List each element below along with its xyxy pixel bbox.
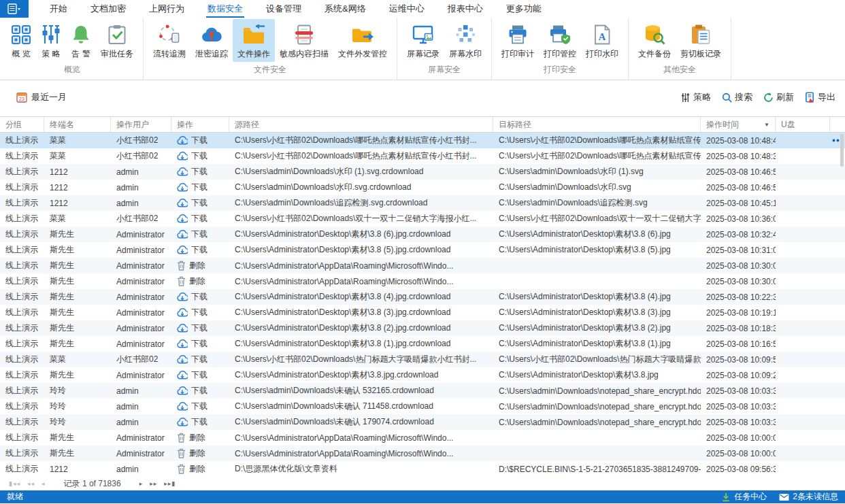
- search-button[interactable]: 搜索: [722, 91, 752, 103]
- menu-item-4[interactable]: 数据安全: [196, 0, 254, 18]
- ribbon-item-alert-bell[interactable]: 告 警: [66, 19, 96, 62]
- table-row[interactable]: 线上演示斯先生Administrator删除C:\Users\Administr…: [0, 273, 845, 289]
- ribbon-item-file-outgoing[interactable]: 文件外发管控: [333, 19, 392, 62]
- task-center-button[interactable]: 任务中心: [721, 491, 767, 503]
- table-row[interactable]: 线上演示菜菜小红书部02下载C:\Users\小红书部02\Downloads\…: [0, 133, 845, 148]
- ribbon-item-approval-tasks[interactable]: 审批任务: [96, 19, 138, 62]
- cell-group: 线上演示: [0, 211, 44, 226]
- table-row[interactable]: 线上演示菜菜小红书部02下载C:\Users\小红书部02\Downloads\…: [0, 352, 845, 367]
- column-header-operation[interactable]: 操作: [171, 117, 229, 132]
- menu-item-2[interactable]: 文档加密: [79, 0, 137, 18]
- file-outgoing-icon: [351, 24, 374, 45]
- cell-target-path: C:\Users\小红书部02\Downloads\热门标题大字吸睛爆款小红..…: [493, 352, 701, 367]
- download-icon: [177, 246, 188, 254]
- unread-messages-button[interactable]: 2条未读信息: [779, 491, 838, 503]
- menu-item-7[interactable]: 运维中心: [378, 0, 436, 18]
- menu-item-9[interactable]: 更多功能: [495, 0, 553, 18]
- table-row[interactable]: 线上演示斯先生Administrator删除C:\Users\Administr…: [0, 446, 845, 461]
- cell-usb: [776, 446, 830, 461]
- table-row[interactable]: 线上演示玲玲admin下载C:\Users\admin\Downloads\未确…: [0, 399, 845, 414]
- prev-page-button[interactable]: ◂: [38, 480, 49, 487]
- export-button[interactable]: 导出: [805, 91, 835, 103]
- table-row[interactable]: 线上演示菜菜小红书部02下载C:\Users\小红书部02\Downloads\…: [0, 148, 845, 164]
- app-menu-button[interactable]: [0, 0, 29, 18]
- cell-target-path: C:\Users\Administrator\Desktop\素材\3.8 (2…: [493, 320, 701, 336]
- table-row[interactable]: 线上演示斯先生Administrator下载C:\Users\Administr…: [0, 367, 845, 383]
- table-row[interactable]: 线上演示1212admin下载C:\Users\admin\Downloads\…: [0, 164, 845, 180]
- toolbar-policy-button[interactable]: 策略: [680, 91, 711, 103]
- refresh-button[interactable]: 刷新: [763, 91, 794, 103]
- ribbon-item-clipboard-record[interactable]: 剪切板记录: [676, 19, 726, 62]
- ribbon-item-print-audit[interactable]: 打印审计: [497, 19, 539, 62]
- column-header-terminal[interactable]: 终端名: [44, 117, 111, 132]
- ribbon-item-print-control[interactable]: 打印管控: [539, 19, 581, 62]
- menu-item-5[interactable]: 设备管理: [254, 0, 313, 18]
- table-row[interactable]: 线上演示斯先生Administrator下载C:\Users\Administr…: [0, 320, 845, 336]
- table-row[interactable]: 线上演示1212admin删除D:\思源黑体优化版\文章资料D:\$RECYCL…: [0, 461, 845, 477]
- table-row[interactable]: 线上演示斯先生Administrator下载C:\Users\Administr…: [0, 289, 845, 305]
- column-header-source-path[interactable]: 源路径: [229, 117, 493, 132]
- ribbon-item-screen-watermark[interactable]: 屏幕水印: [444, 19, 486, 62]
- table-row[interactable]: 线上演示菜菜小红书部02下载C:\Users\小红书部02\Downloads\…: [0, 211, 845, 226]
- ribbon-item-print-watermark[interactable]: A打印水印: [581, 19, 623, 62]
- table-row[interactable]: 线上演示1212admin下载C:\Users\admin\Downloads\…: [0, 180, 845, 195]
- first-page-button[interactable]: ▮◂◂: [5, 480, 24, 487]
- cell-terminal: 斯先生: [44, 336, 111, 352]
- cell-time: 2025-03-08 10:09:25: [701, 367, 776, 383]
- fast-prev-button[interactable]: ◂◂: [24, 480, 38, 487]
- ribbon-item-screen-record[interactable]: 屏幕记录: [402, 19, 444, 62]
- cell-source-path: C:\Users\admin\Downloads\追踪检测.svg.crdown…: [229, 195, 493, 211]
- download-icon: [177, 152, 188, 161]
- column-header-target-path[interactable]: 目标路径: [493, 117, 701, 132]
- ribbon-item-overview-grid[interactable]: 概 览: [6, 19, 36, 62]
- menu-item-6[interactable]: 系统&网络: [313, 0, 378, 18]
- table-row[interactable]: 线上演示斯先生Administrator下载C:\Users\Administr…: [0, 242, 845, 258]
- table-row[interactable]: 线上演示斯先生Administrator下载C:\Users\Administr…: [0, 226, 845, 242]
- menu-item-8[interactable]: 报表中心: [436, 0, 495, 18]
- ribbon-item-flow-trace[interactable]: 流转追溯: [148, 19, 190, 62]
- time-filter-arrow-icon[interactable]: ▼: [761, 122, 769, 128]
- cell-operation: 删除: [171, 446, 229, 461]
- ribbon-item-leak-track[interactable]: 泄密追踪: [190, 19, 233, 62]
- operation-label: 下载: [191, 322, 208, 334]
- column-header-group[interactable]: 分组: [0, 117, 44, 132]
- ribbon-group-label: 概览: [6, 62, 138, 80]
- operation-label: 删除: [189, 448, 205, 459]
- column-header-user[interactable]: 操作用户: [111, 117, 171, 132]
- scrollbar-thumb[interactable]: [840, 134, 844, 167]
- table-row[interactable]: 线上演示玲玲admin下载C:\Users\admin\Downloads\未确…: [0, 383, 845, 399]
- next-page-button[interactable]: ▸: [136, 480, 147, 487]
- table-row[interactable]: 线上演示1212admin下载C:\Users\admin\Downloads\…: [0, 195, 845, 211]
- calendar-icon: 23: [16, 92, 27, 103]
- column-header-label: 操作: [177, 119, 193, 131]
- cell-operation: 下载: [171, 367, 229, 383]
- cell-source-path: C:\Users\Administrator\AppData\Roaming\M…: [229, 258, 493, 273]
- column-header-time[interactable]: 操作时间▼: [701, 117, 776, 132]
- operation-label: 下载: [191, 369, 208, 381]
- cell-group: 线上演示: [0, 164, 44, 180]
- table-row[interactable]: 线上演示斯先生Administrator删除C:\Users\Administr…: [0, 258, 845, 273]
- delete-icon: [177, 261, 186, 271]
- cell-source-path: C:\Users\Administrator\Desktop\素材\3.8 (6…: [229, 226, 493, 242]
- operation-label: 删除: [189, 463, 205, 475]
- menu-item-3[interactable]: 上网行为: [137, 0, 196, 18]
- cell-user: admin: [111, 195, 171, 211]
- cell-source-path: C:\Users\Administrator\Desktop\素材\3.8 (4…: [229, 289, 493, 305]
- download-icon: [177, 183, 188, 192]
- ribbon-item-sensitive-scan[interactable]: 敏感内容扫描: [275, 19, 333, 62]
- menu-item-1[interactable]: 开始: [38, 0, 79, 18]
- download-icon: [177, 386, 188, 395]
- table-row[interactable]: 线上演示斯先生Administrator下载C:\Users\Administr…: [0, 305, 845, 320]
- ribbon-item-file-operation[interactable]: 文件操作: [233, 19, 275, 62]
- cell-terminal: 斯先生: [44, 430, 111, 446]
- ribbon-item-policy-sliders[interactable]: 策 略: [36, 19, 66, 62]
- date-filter[interactable]: 23 最近一月: [16, 91, 67, 103]
- last-page-button[interactable]: ▸▸▮: [161, 480, 179, 487]
- ribbon-item-file-backup[interactable]: 文件备份: [633, 19, 676, 62]
- table-row[interactable]: 线上演示玲玲admin下载C:\Users\admin\Downloads\未确…: [0, 414, 845, 430]
- cell-operation: 下载: [171, 195, 229, 211]
- fast-next-button[interactable]: ▸▸: [146, 480, 161, 487]
- table-row[interactable]: 线上演示斯先生Administrator下载C:\Users\Administr…: [0, 336, 845, 352]
- table-row[interactable]: 线上演示斯先生Administrator删除C:\Users\Administr…: [0, 430, 845, 446]
- column-header-usb[interactable]: U盘: [776, 117, 830, 132]
